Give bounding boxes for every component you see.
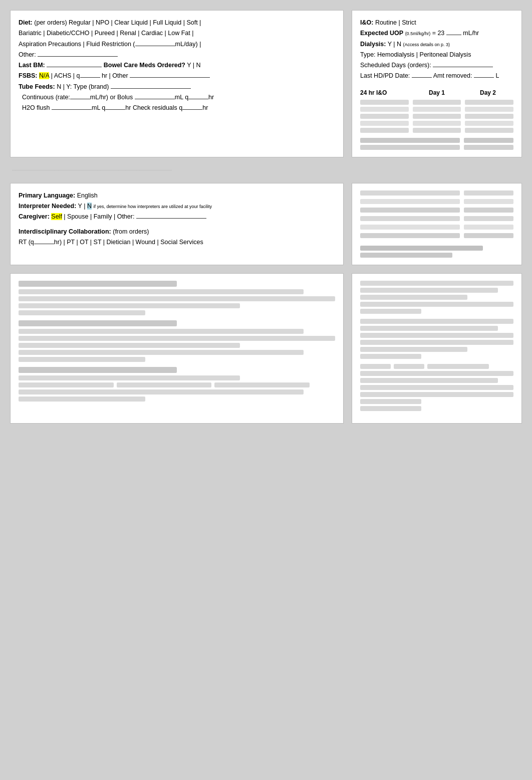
primary-lang-value: English [77, 192, 98, 199]
top-section: Diet: (per orders) Regular | NPO | Clear… [10, 10, 522, 157]
blurred-group-right-2 [360, 319, 513, 359]
bottom-section [10, 273, 522, 424]
amt-removed-unit: L [495, 72, 499, 79]
caregiver-line: Caregiver: Self | Spouse | Family | Othe… [19, 212, 335, 222]
dialysis-line: Dialysis: Y | N (Access details on p. 3) [360, 39, 513, 50]
bottom-left-card [10, 273, 344, 424]
last-hd-blank[interactable] [412, 77, 432, 78]
mid-left-card: Primary Language: English Interpreter Ne… [10, 183, 344, 265]
dialysis-options: Y | N [388, 41, 401, 48]
h2o-line: H2O flush mL qhr Check residuals qhr [19, 103, 335, 113]
low-fat-text: Low Fat [168, 30, 190, 37]
tube-feeds-options: N | Y: Type (brand) [57, 83, 191, 90]
tube-feeds-line: Tube Feeds: N | Y: Type (brand) [19, 82, 335, 92]
io-options: Routine | Strict [375, 19, 416, 26]
fsbs-line: FSBS: N/A | ACHS | q hr | Other [19, 71, 335, 81]
primary-lang-label: Primary Language: [19, 192, 75, 199]
h2o-q-blank[interactable] [105, 109, 125, 110]
diet-options: Regular | NPO | Clear Liquid | Full Liqu… [69, 19, 201, 26]
io-col2: Day 1 [411, 88, 462, 98]
uop-blank[interactable] [446, 35, 461, 35]
diet-line: Diet: (per orders) Regular | NPO | Clear… [19, 18, 335, 28]
uop-note: (0.5ml/kg/hr) [405, 31, 431, 36]
fluid-restriction-blank[interactable] [135, 46, 175, 46]
dialysis-note: (Access details on p. 3) [403, 42, 450, 47]
interdisciplinary-label: Interdisciplinary Collaboration: [19, 228, 111, 235]
fsbs-options: | ACHS | q hr | Other [51, 72, 210, 79]
diet-line2: Bariatric | Diabetic/CCHO | Pureed | Ren… [19, 28, 335, 39]
bolus-q-blank[interactable] [188, 99, 208, 99]
uop-line: Expected UOP (0.5ml/kg/hr) = 23 mL/hr [360, 28, 513, 39]
blurred-group-1 [19, 281, 335, 315]
blurred-group-2 [19, 320, 335, 362]
uop-unit: mL/hr [463, 30, 479, 37]
other-line: Other: [19, 50, 335, 60]
tube-feeds-label: Tube Feeds: [19, 83, 55, 90]
caregiver-label: Caregiver: [19, 213, 50, 220]
continuous-label: Continuous (rate:mL/hr) or Bolus mL qhr [19, 94, 214, 101]
h2o-label: H2O flush mL qhr Check residuals qhr [19, 104, 208, 111]
bottom-right-card [352, 273, 522, 424]
rate-blank[interactable] [70, 99, 90, 99]
other-label: Other: [19, 51, 36, 58]
scheduled-days-blank[interactable] [433, 67, 493, 67]
interpreter-y: Y | [78, 203, 87, 210]
aspiration-label: Aspiration Precautions | Fluid Restricti… [19, 41, 201, 48]
blurred-group-3 [19, 367, 335, 402]
interpreter-n: N [87, 203, 92, 210]
h2o-residuals-blank[interactable] [182, 109, 202, 110]
continuous-line: Continuous (rate:mL/hr) or Bolus mL qhr [19, 92, 335, 103]
diet-options2: Bariatric | Diabetic/CCHO | Pureed | Ren… [19, 30, 194, 37]
bowel-care-options: Y | N [187, 62, 200, 69]
rt-line: RT (qhr) | PT | OT | ST | Dietician | Wo… [19, 237, 335, 248]
caregiver-other-blank[interactable] [136, 218, 206, 219]
fsbs-label: FSBS: [19, 72, 38, 79]
io-line: I&O: Routine | Strict [360, 18, 513, 28]
h2o-blank[interactable] [52, 109, 92, 110]
last-bm-blank[interactable] [47, 67, 102, 67]
interdisciplinary-note: (from orders) [113, 228, 149, 235]
top-right-card: I&O: Routine | Strict Expected UOP (0.5m… [352, 10, 522, 157]
soft-text: Soft [186, 19, 197, 26]
interdisciplinary-line: Interdisciplinary Collaboration: (from o… [19, 227, 335, 237]
diet-label: Diet: [19, 19, 33, 26]
mid-right-card [352, 183, 522, 265]
tube-feeds-blank[interactable] [111, 88, 191, 89]
blurred-group-right-1 [360, 281, 513, 314]
rt-label: RT (qhr) | PT | OT | ST | Dietician | Wo… [19, 239, 203, 246]
interpreter-line: Interpreter Needed: Y | N if yes, determ… [19, 201, 335, 212]
io-table-header: 24 hr I&O Day 1 Day 2 [360, 88, 513, 100]
io-col1: 24 hr I&O [360, 88, 411, 98]
pureed-text: Pureed [95, 30, 115, 37]
diet-note: (per orders) [34, 19, 67, 26]
io-col3: Day 2 [462, 88, 513, 98]
uop-label: Expected UOP [360, 30, 403, 37]
primary-lang-line: Primary Language: English [19, 190, 335, 201]
rt-blank[interactable] [34, 244, 54, 244]
mid-section: Primary Language: English Interpreter Ne… [10, 183, 522, 265]
other-blank[interactable] [38, 56, 118, 57]
last-bm-line: Last BM: Bowel Care Meds Ordered? Y | N [19, 60, 335, 71]
top-left-card: Diet: (per orders) Regular | NPO | Clear… [10, 10, 344, 157]
scheduled-days-line: Scheduled Days (orders): [360, 60, 513, 71]
uop-value: = 23 [432, 30, 445, 37]
bowel-care-label: Bowel Care Meds Ordered? [104, 62, 185, 69]
caregiver-highlight: Self [51, 213, 62, 220]
bolus-blank[interactable] [135, 99, 175, 99]
dialysis-type-line: Type: Hemodialysis | Peritoneal Dialysis [360, 50, 513, 60]
last-hd-label: Last HD/PD Date: [360, 72, 410, 79]
last-hd-line: Last HD/PD Date: Amt removed: L [360, 71, 513, 81]
caregiver-options: | Spouse | Family | Other: [64, 213, 206, 220]
dialysis-type-label: Type: Hemodialysis | Peritoneal Dialysis [360, 51, 471, 58]
blurred-group-right-3 [360, 364, 513, 411]
fsbs-highlight: N/A [39, 72, 49, 79]
dialysis-label: Dialysis: [360, 41, 386, 48]
io-label: I&O: [360, 19, 373, 26]
fsbs-other-blank[interactable] [130, 77, 210, 78]
page-footer-label: ────────────────────────────────────────… [10, 165, 522, 175]
fsbs-hr-blank[interactable] [80, 77, 100, 78]
page-container: Diet: (per orders) Regular | NPO | Clear… [10, 10, 522, 424]
amt-removed-blank[interactable] [474, 77, 494, 78]
interpreter-note: if yes, determine how interpreters are u… [93, 204, 212, 209]
last-bm-label: Last BM: [19, 62, 45, 69]
